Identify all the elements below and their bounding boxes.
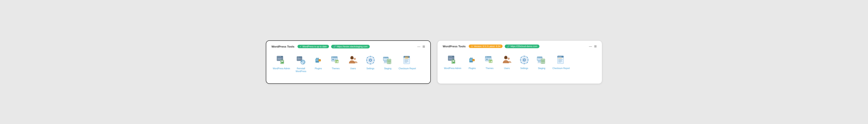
svg-rect-72	[404, 62, 407, 63]
tool-staging-left[interactable]: Staging	[380, 53, 396, 72]
tool-label-checksum-right: Checksum Report	[553, 67, 570, 70]
svg-rect-69	[404, 60, 409, 60]
svg-text:10100: 10100	[558, 58, 562, 59]
svg-rect-136	[558, 60, 562, 61]
svg-rect-113	[520, 60, 521, 60]
svg-rect-71	[404, 61, 408, 62]
tool-staging-right[interactable]: Staging	[534, 53, 550, 71]
tools-grid-left: WordPress Admin ↺ ReinstallWordPress	[272, 53, 425, 74]
svg-rect-111	[524, 56, 525, 57]
svg-rect-44	[370, 56, 371, 57]
tool-users-left[interactable]: Users	[345, 53, 361, 72]
svg-rect-82	[449, 59, 452, 59]
minimize-button-left[interactable]: —	[417, 45, 420, 48]
tool-users-right[interactable]: Users	[499, 53, 515, 71]
svg-rect-123	[537, 57, 538, 58]
svg-rect-137	[558, 61, 562, 61]
reinstall-icon-left: ↺	[295, 55, 307, 66]
svg-rect-25	[319, 59, 319, 60]
tools-grid-right: WordPress Admin Plugins	[443, 53, 597, 71]
settings-icon-right	[519, 54, 530, 66]
tool-checksum-right[interactable]: 01001 10100 Checksum Report	[551, 53, 571, 71]
svg-rect-16	[298, 59, 300, 59]
tool-wp-admin-right[interactable]: WordPress Admin	[443, 53, 463, 71]
svg-rect-47	[373, 60, 375, 61]
svg-rect-5	[278, 58, 281, 59]
svg-rect-112	[524, 63, 525, 64]
svg-rect-93	[474, 59, 474, 60]
panel-title-right: WordPress Tools	[443, 45, 466, 48]
svg-rect-2	[277, 57, 278, 57]
svg-rect-45	[370, 63, 371, 64]
svg-point-53	[370, 60, 371, 61]
svg-rect-102	[489, 60, 492, 61]
svg-point-40	[350, 57, 354, 59]
tool-label-users-right: Users	[504, 67, 510, 70]
svg-rect-37	[336, 62, 338, 63]
settings-icon-left	[365, 55, 376, 66]
url-text-left: https://tester.stackstaging.com	[337, 45, 368, 48]
checkmark-icon: ✓	[300, 45, 302, 48]
header-actions-left: — ⊞	[417, 45, 425, 48]
tool-label-checksum-left: Checksum Report	[399, 67, 416, 70]
staging-icon-right	[536, 54, 547, 66]
svg-rect-92	[473, 59, 473, 60]
tool-reinstall-left[interactable]: ↺ ReinstallWordPress	[293, 53, 309, 74]
svg-rect-130	[537, 63, 541, 63]
tool-themes-left[interactable]: Themes	[328, 53, 343, 72]
users-icon-left	[347, 55, 359, 66]
tool-label-staging-left: Staging	[384, 67, 392, 70]
url-badge-right[interactable]: 🔗 https://20icloud-demo.com	[505, 44, 539, 48]
status-text-right: Version: 6.5.3 Latest: 6.54	[474, 45, 500, 48]
resize-button-left[interactable]: ⊞	[423, 45, 425, 48]
svg-rect-89	[471, 58, 472, 59]
svg-rect-6	[278, 59, 281, 60]
tool-label-wp-admin-left: WordPress Admin	[273, 67, 290, 70]
svg-rect-79	[450, 56, 451, 57]
status-text-left: WordPress is up to date	[303, 45, 327, 48]
url-badge-left[interactable]: 🔗 https://tester.stackstaging.com	[331, 45, 370, 49]
url-text-right: https://20icloud-demo.com	[510, 45, 537, 48]
svg-rect-10	[281, 63, 283, 63]
tool-themes-right[interactable]: Themes	[482, 53, 497, 71]
tool-checksum-left[interactable]: 01001 10100 01001 01001 10100 Checksum R…	[397, 53, 417, 72]
svg-rect-99	[488, 59, 490, 59]
status-badge-right: ⚠ Version: 6.5.3 Latest: 6.54	[469, 44, 503, 48]
panel-header-right: WordPress Tools ⚠ Version: 6.5.3 Latest:…	[443, 44, 597, 48]
wp-admin-icon-right	[447, 54, 458, 66]
svg-rect-23	[316, 61, 318, 62]
svg-point-41	[354, 58, 356, 60]
svg-rect-88	[470, 58, 471, 59]
tool-settings-right[interactable]: Settings	[517, 53, 532, 71]
svg-rect-26	[320, 59, 320, 60]
svg-rect-70	[404, 60, 408, 61]
svg-rect-62	[384, 61, 387, 63]
svg-rect-15	[298, 58, 301, 59]
checksum-icon-left: 01001 10100 01001 01001 10100	[402, 55, 413, 66]
svg-rect-125	[538, 58, 541, 59]
wp-admin-icon-left	[276, 55, 287, 66]
tool-wp-admin-left[interactable]: WordPress Admin	[272, 53, 291, 72]
svg-point-120	[524, 59, 525, 61]
header-actions-right: — ⊞	[589, 44, 597, 48]
svg-rect-78	[448, 56, 450, 57]
wordpress-tools-panel-left: WordPress Tools ✓ WordPress is up to dat…	[266, 40, 431, 84]
svg-rect-63	[384, 63, 388, 63]
svg-point-107	[504, 57, 507, 59]
tool-plugins-right[interactable]: Plugins	[464, 53, 480, 71]
themes-icon-left	[330, 55, 341, 66]
users-icon-right	[501, 54, 513, 66]
resize-button-right[interactable]: ⊞	[594, 44, 597, 48]
minimize-button-right[interactable]: —	[589, 44, 592, 48]
tool-settings-left[interactable]: Settings	[363, 53, 378, 72]
tool-plugins-left[interactable]: Plugins	[311, 53, 326, 72]
wordpress-tools-panel-right: WordPress Tools ⚠ Version: 6.5.3 Latest:…	[437, 40, 602, 84]
svg-rect-80	[451, 56, 452, 57]
svg-rect-86	[452, 62, 455, 63]
link-icon-right: 🔗	[507, 45, 510, 48]
svg-rect-114	[527, 60, 529, 60]
tool-label-staging-right: Staging	[538, 67, 545, 70]
svg-rect-104	[489, 62, 492, 62]
svg-point-61	[389, 63, 389, 63]
tool-label-plugins-left: Plugins	[315, 67, 322, 70]
